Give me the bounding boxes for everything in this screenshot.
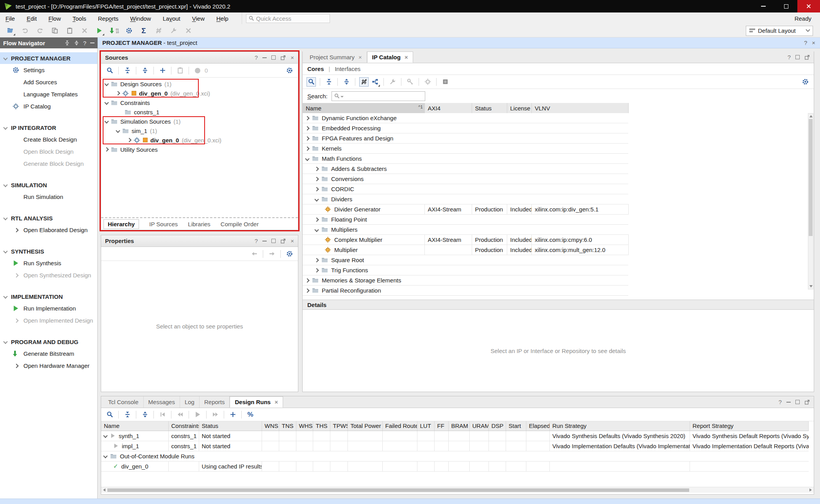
tab-hierarchy[interactable]: Hierarchy <box>103 219 139 229</box>
tree-row-div-gen-0[interactable]: div_gen_0(div_gen_0.xci) <box>101 89 298 98</box>
delete-button[interactable] <box>80 26 89 35</box>
percent-button[interactable]: % <box>246 410 255 419</box>
column-header-axi4[interactable]: AXI4 <box>424 103 472 113</box>
table-row[interactable]: Dividers <box>303 194 808 204</box>
tab-design-runs[interactable]: Design Runs× <box>230 396 283 408</box>
forward-button[interactable] <box>267 249 276 259</box>
sidebar-item-settings[interactable]: Settings <box>0 64 97 76</box>
minimize-icon[interactable] <box>262 241 267 241</box>
column-header[interactable]: Failed Routes <box>382 421 417 431</box>
column-header[interactable]: Elapsed <box>526 421 549 431</box>
column-header[interactable]: Status <box>199 421 262 431</box>
column-header[interactable]: Constraints <box>168 421 199 431</box>
menu-layout[interactable]: Layout <box>163 15 180 22</box>
report-summary-button[interactable]: Σ <box>139 26 148 35</box>
tab-log[interactable]: Log <box>180 396 200 408</box>
copy-button[interactable] <box>50 26 59 35</box>
help-icon[interactable]: ? <box>255 54 258 61</box>
collapse-all-icon[interactable] <box>64 40 70 46</box>
column-header[interactable]: WHS <box>296 421 313 431</box>
license-button[interactable] <box>405 77 415 87</box>
reset-runs-button[interactable] <box>158 410 167 419</box>
sidebar-item-run-implementation[interactable]: Run Implementation <box>0 302 97 314</box>
expand-all-icon[interactable] <box>74 40 79 46</box>
close-icon[interactable]: × <box>405 54 408 60</box>
section-program-and-debug[interactable]: PROGRAM AND DEBUG <box>0 336 97 348</box>
table-row[interactable]: FPGA Features and Design <box>303 133 808 144</box>
column-header-vlnv[interactable]: VLNV <box>531 103 628 113</box>
float-window-icon[interactable] <box>280 238 286 244</box>
table-row[interactable]: Dynamic Function eXchange <box>303 113 808 123</box>
table-row[interactable]: Memories & Storage Elements <box>303 275 808 286</box>
subtab-cores[interactable]: Cores <box>307 66 324 72</box>
float-window-icon[interactable] <box>804 399 810 405</box>
tree-row-sim-1[interactable]: sim_1(1) <box>101 126 298 135</box>
add-sources-button[interactable] <box>158 66 167 75</box>
tree-row-div-gen-0-sim[interactable]: div_gen_0(div_gen_0.xci) <box>101 135 298 145</box>
sidebar-item-open-elaborated-design[interactable]: Open Elaborated Design <box>0 224 97 236</box>
close-button[interactable] <box>797 0 820 12</box>
table-row[interactable]: Multipliers <box>303 225 808 235</box>
column-header[interactable]: LUT <box>417 421 434 431</box>
sidebar-item-add-sources[interactable]: Add Sources <box>0 76 97 88</box>
table-row[interactable]: Math Functions <box>303 154 808 164</box>
settings-gear-button[interactable] <box>285 249 294 259</box>
step-back-button[interactable] <box>175 410 185 419</box>
table-row[interactable]: Conversions <box>303 174 808 184</box>
collapse-all-button[interactable] <box>123 410 132 419</box>
expand-all-button[interactable] <box>140 66 150 75</box>
column-header[interactable]: Report Strategy <box>690 421 809 431</box>
help-icon[interactable]: ? <box>83 40 86 46</box>
tree-row-utility-sources[interactable]: Utility Sources <box>101 145 298 154</box>
tab-compile-order[interactable]: Compile Order <box>221 221 259 227</box>
column-header-name[interactable]: Name^1 <box>303 103 424 113</box>
minimize-icon[interactable] <box>262 57 267 58</box>
close-icon[interactable]: × <box>358 54 362 60</box>
menu-tools[interactable]: Tools <box>73 15 86 22</box>
ip-details-button[interactable] <box>440 77 450 87</box>
column-header[interactable]: Total Power <box>348 421 382 431</box>
column-header-license[interactable]: License <box>507 103 531 113</box>
subtab-interfaces[interactable]: Interfaces <box>335 66 360 72</box>
ip-settings-button[interactable] <box>423 77 432 87</box>
redo-button[interactable] <box>35 26 45 35</box>
column-header[interactable]: Name <box>101 421 168 431</box>
settings-gear-button[interactable] <box>285 66 294 75</box>
sidebar-item-run-simulation[interactable]: Run Simulation <box>0 191 97 203</box>
maximize-icon[interactable] <box>795 55 800 59</box>
menu-window[interactable]: Window <box>130 15 151 22</box>
hide-incompatible-button[interactable] <box>359 77 369 87</box>
horizontal-scrollbar[interactable] <box>101 487 814 493</box>
menu-help[interactable]: Help <box>216 15 228 22</box>
sidebar-item-generate-bitstream[interactable]: Generate Bitstream <box>0 348 97 360</box>
table-row-complex-multiplier[interactable]: Complex Multiplier AXI4-StreamProduction… <box>303 235 808 245</box>
paste-button[interactable] <box>65 26 74 35</box>
settings-gear-button[interactable] <box>800 77 810 87</box>
menu-edit[interactable]: Edit <box>27 15 37 22</box>
table-row-impl-1[interactable]: impl_1 constrs_1Not started Vivado Imple… <box>101 441 809 451</box>
close-icon[interactable]: × <box>275 399 278 405</box>
close-icon[interactable]: × <box>291 238 294 244</box>
search-button[interactable] <box>105 410 114 419</box>
column-header[interactable]: THS <box>313 421 330 431</box>
tree-row-simulation-sources[interactable]: Simulation Sources(1) <box>101 117 298 126</box>
section-implementation[interactable]: IMPLEMENTATION <box>0 291 97 302</box>
column-header[interactable]: FF <box>434 421 448 431</box>
minimize-button[interactable] <box>752 0 775 12</box>
sidebar-item-open-hardware-manager[interactable]: Open Hardware Manager <box>0 360 97 372</box>
section-rtl-analysis[interactable]: RTL ANALYSIS <box>0 212 97 224</box>
stop-run-button[interactable] <box>154 26 163 35</box>
help-icon[interactable]: ? <box>804 39 807 46</box>
vertical-scrollbar[interactable] <box>808 113 813 289</box>
column-header[interactable]: TNS <box>279 421 296 431</box>
back-button[interactable] <box>250 249 259 259</box>
tab-reports[interactable]: Reports <box>200 396 230 408</box>
tab-ip-catalog[interactable]: IP Catalog× <box>367 51 413 63</box>
table-row-synth-1[interactable]: synth_1 constrs_1Not started Vivado Synt… <box>101 431 809 441</box>
section-simulation[interactable]: SIMULATION <box>0 179 97 191</box>
section-ip-integrator[interactable]: IP INTEGRATOR <box>0 122 97 133</box>
column-header[interactable]: DSP <box>488 421 506 431</box>
collapse-all-button[interactable] <box>324 77 333 87</box>
customize-ip-button[interactable] <box>388 77 397 87</box>
column-header[interactable]: Start <box>506 421 526 431</box>
